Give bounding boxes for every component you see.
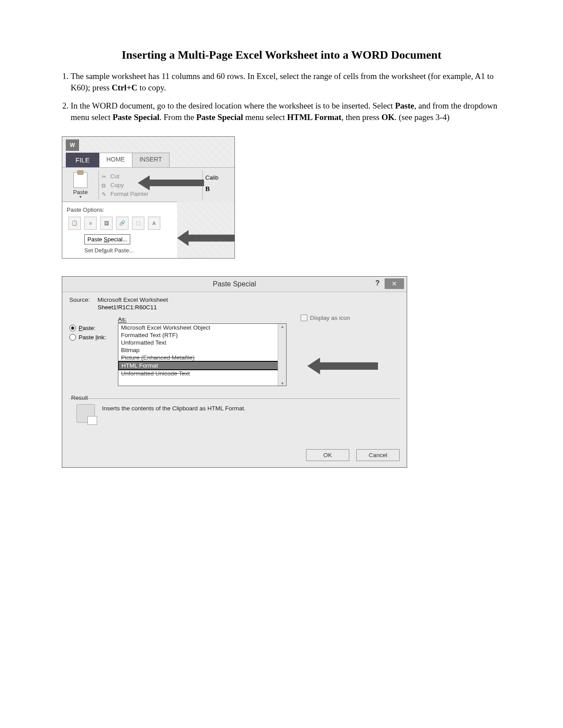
paste-dropdown-icon[interactable]: ▾	[79, 195, 82, 199]
paste-button[interactable]: Paste ▾	[65, 172, 96, 199]
step-2-text-i: , then press	[341, 113, 382, 122]
step-2-paste-special-2: Paste Special	[196, 113, 243, 122]
dialog-titlebar: Paste Special ? ✕	[62, 277, 407, 292]
step-1-shortcut: Ctrl+C	[112, 83, 137, 92]
paste-option-link-icon[interactable]: 🔗	[116, 217, 128, 230]
format-bitmap[interactable]: Bitmap	[118, 346, 286, 354]
scroll-down-icon[interactable]: ▾	[281, 381, 283, 386]
dialog-help-button[interactable]: ?	[372, 279, 383, 288]
tab-insert[interactable]: INSERT	[132, 153, 170, 167]
step-2-text-g: menu select	[243, 113, 287, 122]
cut-label: Cut	[110, 173, 119, 180]
paste-option-keep-source-icon[interactable]: 📋	[68, 217, 81, 230]
paste-options-title: Paste Options:	[62, 205, 177, 214]
display-as-icon-label: Display as icon	[310, 315, 350, 321]
source-row: Source: Microsoft Excel Worksheet	[69, 296, 400, 303]
radio-paste[interactable]: Paste:	[69, 325, 118, 331]
listbox-scrollbar[interactable]: ▴ ▾	[278, 324, 286, 386]
paste-option-embed-icon[interactable]: ⬚	[132, 217, 144, 230]
display-as-icon-checkbox[interactable]: Display as icon	[301, 315, 350, 321]
copy-icon: ⧉	[102, 182, 108, 188]
format-painter-button[interactable]: ✎ Format Painter	[102, 190, 200, 199]
radio-paste-link-icon	[69, 334, 76, 341]
ribbon-tabs: FILE HOME INSERT	[62, 153, 234, 167]
format-painter-label: Format Painter	[110, 191, 148, 197]
cancel-button[interactable]: Cancel	[356, 449, 400, 461]
format-listbox[interactable]: Microsoft Excel Worksheet Object Formatt…	[118, 323, 287, 386]
radio-paste-label: Paste:	[79, 325, 95, 331]
step-1: The sample worksheet has 11 columns and …	[71, 71, 506, 93]
paste-special-dialog: Paste Special ? ✕ Source: Microsoft Exce…	[62, 276, 407, 468]
paintbrush-icon: ✎	[102, 191, 108, 197]
instruction-list: The sample worksheet has 11 columns and …	[57, 71, 506, 123]
font-name-box[interactable]: Calib	[205, 172, 232, 184]
ribbon-screenshot: W FILE HOME INSERT Paste ▾ ✂ Cut ⧉	[62, 136, 235, 259]
paste-options-popup: Paste Options: 📋 ≡ 🖼 🔗 ⬚ A Paste Special…	[62, 202, 177, 258]
source-sub: Sheet1!R1C1:R60C11	[98, 304, 400, 311]
ok-button[interactable]: OK	[306, 449, 349, 461]
cut-button[interactable]: ✂ Cut	[102, 172, 200, 181]
source-value: Microsoft Excel Worksheet	[98, 296, 168, 303]
copy-label: Copy	[110, 182, 124, 188]
clipboard-icon	[73, 172, 87, 188]
radio-paste-link-label: Paste link:	[79, 334, 106, 341]
format-unicode-text[interactable]: Unformatted Unicode Text	[118, 370, 286, 377]
step-2-text-e: . From the	[159, 113, 196, 122]
dialog-close-button[interactable]: ✕	[385, 278, 404, 289]
radio-paste-icon	[69, 325, 76, 331]
callout-arrow-paste-special	[177, 230, 234, 246]
step-1-text-c: to copy.	[137, 83, 166, 92]
paste-special-label: Paste Special...	[87, 236, 127, 243]
scroll-up-icon[interactable]: ▴	[281, 324, 283, 329]
step-2-text-a: In the WORD document, go to the desired …	[71, 101, 395, 110]
format-html-selected[interactable]: HTML Format	[118, 361, 287, 370]
paste-option-text-icon[interactable]: A	[148, 217, 160, 230]
radio-paste-link[interactable]: Paste link:	[69, 334, 118, 341]
word-app-icon: W	[66, 139, 79, 151]
step-2-paste: Paste	[395, 101, 414, 110]
result-text: Inserts the contents of the Clipboard as…	[102, 404, 246, 412]
step-2-html-format: HTML Format	[287, 113, 341, 122]
result-clipboard-icon	[76, 404, 95, 423]
as-label: As:	[118, 316, 400, 323]
bold-button[interactable]: B	[205, 184, 232, 195]
set-default-paste-label: Set Default Paste...	[84, 247, 134, 254]
tab-file[interactable]: FILE	[66, 153, 99, 167]
step-2-paste-special: Paste Special	[113, 113, 159, 122]
dialog-title-text: Paste Special	[213, 280, 256, 288]
format-unformatted-text[interactable]: Unformatted Text	[118, 339, 286, 346]
result-frame: Result Inserts the contents of the Clipb…	[69, 398, 400, 443]
step-2-ok: OK	[382, 113, 395, 122]
set-default-paste-menu[interactable]: Set Default Paste...	[84, 247, 177, 254]
result-label: Result	[69, 394, 90, 401]
step-2-text-k: . (see pages 3-4)	[395, 113, 450, 122]
paste-option-picture-icon[interactable]: 🖼	[100, 217, 113, 230]
format-enhanced-metafile[interactable]: Picture (Enhanced Metafile)	[118, 354, 286, 361]
paste-option-merge-icon[interactable]: ≡	[84, 217, 97, 230]
format-rtf[interactable]: Formatted Text (RTF)	[118, 331, 286, 339]
page-title: Inserting a Multi-Page Excel Worksheet i…	[57, 49, 506, 62]
paste-special-menu[interactable]: Paste Special...	[84, 234, 130, 244]
format-excel-object[interactable]: Microsoft Excel Worksheet Object	[118, 324, 286, 331]
step-2: In the WORD document, go to the desired …	[71, 100, 506, 123]
scissors-icon: ✂	[102, 173, 108, 180]
checkbox-icon	[301, 315, 307, 321]
source-label: Source:	[69, 296, 96, 303]
tab-home[interactable]: HOME	[99, 153, 132, 167]
